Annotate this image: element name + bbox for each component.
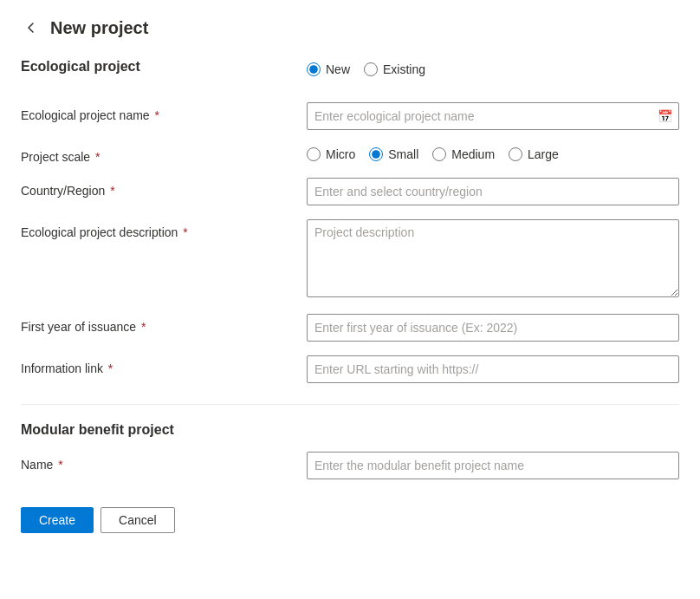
modular-section-title: Modular benefit project xyxy=(21,422,679,438)
footer-buttons: Create Cancel xyxy=(21,500,679,533)
description-wrapper xyxy=(307,219,679,300)
scale-small[interactable]: Small xyxy=(369,147,418,161)
project-scale-label: Project scale * xyxy=(21,144,307,164)
description-label: Ecological project description * xyxy=(21,219,307,239)
country-region-row: Country/Region * xyxy=(21,178,679,205)
modular-name-label: Name * xyxy=(21,452,307,472)
page-title: New project xyxy=(50,18,148,38)
scale-medium[interactable]: Medium xyxy=(432,147,495,161)
scale-medium-label: Medium xyxy=(451,147,495,161)
scale-micro-input[interactable] xyxy=(307,147,321,161)
scale-micro-label: Micro xyxy=(326,147,355,161)
project-scale-row: Project scale * Micro Small Medium xyxy=(21,144,679,164)
first-year-wrapper xyxy=(307,314,679,342)
modular-name-wrapper xyxy=(307,452,679,479)
radio-existing[interactable]: Existing xyxy=(364,62,425,76)
radio-existing-label: Existing xyxy=(383,62,425,76)
project-name-label: Ecological project name * xyxy=(21,102,307,122)
project-name-input[interactable] xyxy=(307,102,679,130)
modular-name-row: Name * xyxy=(21,452,679,479)
description-row: Ecological project description * xyxy=(21,219,679,300)
page-header: New project xyxy=(21,17,679,38)
first-year-row: First year of issuance * xyxy=(21,314,679,342)
calendar-icon: 📅 xyxy=(658,109,672,123)
scale-large-label: Large xyxy=(528,147,559,161)
radio-existing-input[interactable] xyxy=(364,62,378,76)
scale-large[interactable]: Large xyxy=(509,147,559,161)
project-name-wrapper: 📅 xyxy=(307,102,679,130)
back-button[interactable] xyxy=(21,17,42,38)
scale-small-input[interactable] xyxy=(369,147,383,161)
scale-radio-group: Micro Small Medium Large xyxy=(307,144,679,161)
info-link-row: Information link * xyxy=(21,355,679,383)
first-year-label: First year of issuance * xyxy=(21,314,307,334)
info-link-label: Information link * xyxy=(21,355,307,375)
new-existing-radio-group: New Existing xyxy=(307,59,679,76)
ecological-section-title: Ecological project xyxy=(21,59,307,75)
scale-large-input[interactable] xyxy=(509,147,522,161)
ecological-section: Ecological project New Existing Ecol xyxy=(21,59,679,383)
country-region-wrapper xyxy=(307,178,679,205)
country-region-label: Country/Region * xyxy=(21,178,307,198)
required-star: * xyxy=(152,108,159,122)
radio-new[interactable]: New xyxy=(307,62,350,76)
scale-medium-input[interactable] xyxy=(432,147,446,161)
create-button[interactable]: Create xyxy=(21,507,94,533)
info-link-input[interactable] xyxy=(307,355,679,383)
radio-new-label: New xyxy=(326,62,350,76)
section-divider xyxy=(21,404,679,405)
radio-new-input[interactable] xyxy=(307,62,321,76)
country-region-input[interactable] xyxy=(307,178,679,205)
description-input[interactable] xyxy=(307,219,679,297)
modular-name-input[interactable] xyxy=(307,452,679,479)
scale-micro[interactable]: Micro xyxy=(307,147,355,161)
first-year-input[interactable] xyxy=(307,314,679,342)
project-scale-wrapper: Micro Small Medium Large xyxy=(307,144,679,161)
modular-section: Modular benefit project Name * xyxy=(21,422,679,479)
info-link-wrapper xyxy=(307,355,679,383)
scale-small-label: Small xyxy=(388,147,418,161)
project-name-row: Ecological project name * 📅 xyxy=(21,102,679,130)
cancel-button[interactable]: Cancel xyxy=(100,507,175,533)
